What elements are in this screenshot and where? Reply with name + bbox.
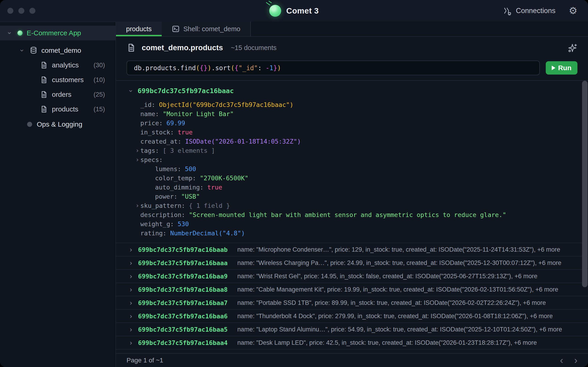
app-title: Comet 3 <box>286 6 319 15</box>
collapsed-document-row[interactable]: › 699bc7dc37c5fb97ac16baa9 name: "Wrist … <box>116 269 588 283</box>
connection-name: Ops & Logging <box>37 120 82 128</box>
document-id: 699bc7dc37c5fb97ac16baa4 <box>138 339 228 346</box>
field-row[interactable]: › weight_g: 530 <box>116 219 575 228</box>
collection-name: analytics <box>52 61 79 69</box>
chevron-right-icon[interactable]: › <box>128 325 134 334</box>
query-token: { <box>234 64 238 72</box>
field-key: _id: <box>140 101 159 108</box>
collapsed-document-row[interactable]: › 699bc7dc37c5fb97ac16baa7 name: "Portab… <box>116 296 588 309</box>
document-preview: name: "Webcam HD 1080p", price: 59.99, i… <box>237 352 552 353</box>
previous-page-button[interactable]: ‹ <box>560 356 563 365</box>
sidebar-collection-item[interactable]: customers (10) <box>0 73 115 87</box>
field-row[interactable]: › description: "Screen-mounted light bar… <box>116 210 575 219</box>
collapsed-document-row[interactable]: › 699bc7dc37c5fb97ac16baa3 name: "Webcam… <box>116 349 588 353</box>
sidebar-collection-item[interactable]: analytics (30) <box>0 58 115 73</box>
chevron-down-icon[interactable]: › <box>127 87 135 94</box>
chevron-right-icon[interactable]: › <box>128 312 134 320</box>
field-row[interactable]: › specs: <box>116 155 575 164</box>
field-row[interactable]: › in_stock: true <box>116 127 575 137</box>
field-row[interactable]: › _id: ObjectId("699bc7dc37c5fb97ac16baa… <box>116 100 575 109</box>
document-fields: › _id: ObjectId("699bc7dc37c5fb97ac16baa… <box>116 100 575 238</box>
field-row[interactable]: › power: "USB" <box>116 192 575 201</box>
document-list[interactable]: › 699bc7dc37c5fb97ac16baac › _id: Object… <box>116 81 588 353</box>
tab-products[interactable]: products <box>116 22 162 36</box>
database-name: comet_demo <box>41 47 81 54</box>
scrollbar-thumb[interactable] <box>582 81 588 287</box>
field-value: 69.99 <box>166 119 185 127</box>
field-value: 500 <box>185 165 196 173</box>
chevron-right-icon[interactable]: › <box>128 299 134 307</box>
field-chevron-icon[interactable]: › <box>134 202 140 209</box>
field-chevron-icon[interactable]: › <box>134 156 140 163</box>
document-preview: name: "Cable Management Kit", price: 19.… <box>237 286 558 293</box>
tab-shell[interactable]: Shell: comet_demo <box>162 22 251 36</box>
document-icon <box>40 105 48 113</box>
field-row[interactable]: › lumens: 500 <box>116 164 575 173</box>
document-icon <box>40 91 48 98</box>
chevron-right-icon[interactable]: › <box>128 259 134 267</box>
query-token: {} <box>200 64 208 72</box>
tab-bar: products Shell: comet_demo <box>116 22 588 37</box>
traffic-lights <box>0 8 35 14</box>
collapsed-document-row[interactable]: › 699bc7dc37c5fb97ac16baab name: "Microp… <box>116 243 588 256</box>
close-window-button[interactable] <box>7 8 13 14</box>
sidebar-collection-item[interactable]: orders (25) <box>0 87 115 102</box>
query-token: db.products.find <box>134 64 196 72</box>
document-id: 699bc7dc37c5fb97ac16baa7 <box>138 299 228 307</box>
collapsed-document-row[interactable]: › 699bc7dc37c5fb97ac16baaa name: "Wirele… <box>116 256 588 269</box>
chevron-right-icon[interactable]: › <box>128 246 134 254</box>
sidebar-connection-ops-logging[interactable]: Ops & Logging <box>0 117 115 132</box>
zoom-window-button[interactable] <box>29 8 35 14</box>
sidebar: › E-Commerce App › comet_demo <box>0 22 116 367</box>
field-row[interactable]: › name: "Monitor Light Bar" <box>116 109 575 118</box>
field-value: true <box>208 184 222 191</box>
document-preview: name: "Microphone Condenser…", price: 12… <box>237 246 560 253</box>
collapsed-document-row[interactable]: › 699bc7dc37c5fb97ac16baa4 name: "Desk L… <box>116 336 588 349</box>
document-id: 699bc7dc37c5fb97ac16baaa <box>138 259 228 267</box>
query-token: 1 <box>269 64 273 72</box>
query-input[interactable]: db.products.find({}).sort({"_id": -1}) <box>127 60 540 75</box>
document-id: 699bc7dc37c5fb97ac16baa5 <box>138 326 228 333</box>
minimize-window-button[interactable] <box>18 8 24 14</box>
field-row[interactable]: › color_temp: "2700K-6500K" <box>116 173 575 183</box>
collapsed-document-row[interactable]: › 699bc7dc37c5fb97ac16baa5 name: "Laptop… <box>116 323 588 336</box>
collection-count: (25) <box>94 91 115 98</box>
chevron-right-icon[interactable]: › <box>128 272 134 280</box>
run-button[interactable]: Run <box>546 61 578 75</box>
document-preview: name: "Wrist Rest Gel", price: 14.95, in… <box>237 273 537 280</box>
sidebar-collection-item[interactable]: products (15) <box>0 102 115 117</box>
collection-name: customers <box>52 76 84 84</box>
document-id: 699bc7dc37c5fb97ac16baac <box>138 87 234 95</box>
document-preview: name: "Desk Lamp LED", price: 42.5, in_s… <box>237 339 537 346</box>
field-row[interactable]: › sku_pattern: { 1 field } <box>116 201 575 210</box>
document-icon <box>40 76 48 84</box>
sidebar-database-comet-demo[interactable]: › comet_demo <box>0 43 115 58</box>
collapsed-document-row[interactable]: › 699bc7dc37c5fb97ac16baa8 name: "Cable … <box>116 283 588 296</box>
field-key: color_temp: <box>155 175 200 182</box>
chevron-right-icon[interactable]: › <box>128 352 134 353</box>
document-header[interactable]: › 699bc7dc37c5fb97ac16baac <box>116 85 575 97</box>
collapsed-document-row[interactable]: › 699bc7dc37c5fb97ac16baa6 name: "Thunde… <box>116 309 588 323</box>
sidebar-connection-ecommerce[interactable]: › E-Commerce App <box>0 26 115 40</box>
sparkles-icon[interactable] <box>567 42 578 53</box>
chevron-right-icon[interactable]: › <box>128 286 134 294</box>
chevron-right-icon[interactable]: › <box>128 339 134 347</box>
field-row[interactable]: › rating: NumberDecimal("4.8") <box>116 228 575 238</box>
query-token: ) <box>277 64 281 72</box>
field-row[interactable]: › price: 69.99 <box>116 118 575 127</box>
field-value: [ 3 elements ] <box>163 147 215 154</box>
field-key: tags: <box>140 147 163 154</box>
connections-button[interactable]: Connections <box>503 6 555 15</box>
chevron-down-icon[interactable]: › <box>18 47 26 54</box>
connection-status-dot-gray <box>27 122 32 127</box>
field-row[interactable]: › tags: [ 3 elements ] <box>116 146 575 155</box>
field-chevron-icon[interactable]: › <box>134 147 140 154</box>
gear-icon[interactable]: ⚙ <box>569 6 578 16</box>
field-row[interactable]: › auto_dimming: true <box>116 183 575 192</box>
field-row[interactable]: › created_at: ISODate("2026-01-18T14:05:… <box>116 137 575 146</box>
next-page-button[interactable]: › <box>574 356 578 365</box>
query-token: - <box>266 64 269 72</box>
tab-shell-label: Shell: comet_demo <box>183 25 240 33</box>
chevron-down-icon[interactable]: › <box>6 30 14 36</box>
field-value: ObjectId("699bc7dc37c5fb97ac16baac") <box>159 101 293 108</box>
